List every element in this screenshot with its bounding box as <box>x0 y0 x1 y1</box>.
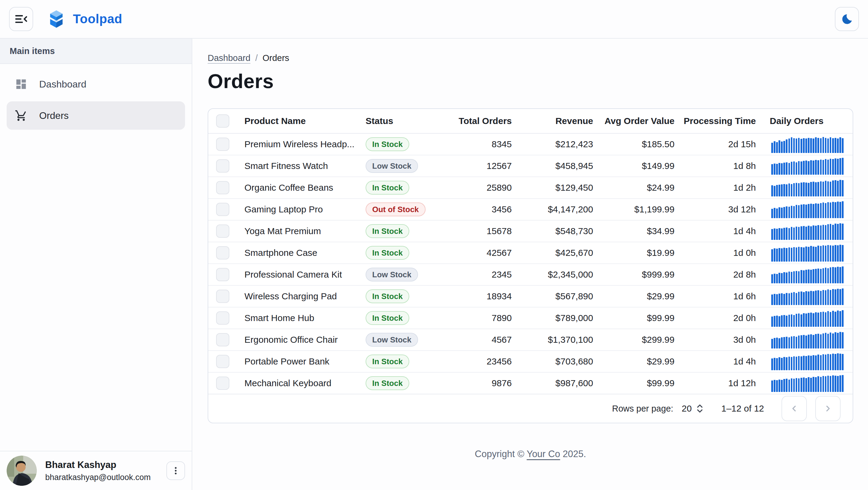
row-checkbox[interactable] <box>216 311 229 325</box>
sparkline-bar <box>783 163 785 175</box>
previous-page-button[interactable] <box>781 396 807 421</box>
breadcrumb-current: Orders <box>262 53 289 63</box>
row-checkbox[interactable] <box>216 203 229 216</box>
sparkline-bar <box>788 337 790 348</box>
table-row[interactable]: Ergonomic Office Chair Low Stock 4567 $1… <box>208 329 852 351</box>
sidebar-item-orders[interactable]: Orders <box>7 102 185 130</box>
row-checkbox[interactable] <box>216 246 229 259</box>
sparkline-bar <box>825 354 827 370</box>
rows-per-page-select[interactable]: 20 <box>682 403 704 414</box>
row-checkbox[interactable] <box>216 290 229 303</box>
column-header-product[interactable]: Product Name <box>237 116 358 126</box>
sparkline-bar <box>815 291 817 305</box>
table-row[interactable]: Organic Coffee Beans In Stock 25890 $129… <box>208 177 852 199</box>
next-page-button[interactable] <box>815 396 841 421</box>
avg-order-value-cell: $1,199.99 <box>594 204 676 214</box>
sparkline-bar <box>781 293 783 305</box>
sparkline-bar <box>820 246 822 262</box>
status-badge: In Stock <box>366 376 409 390</box>
sparkline-bar <box>839 202 841 218</box>
sparkline-bar <box>786 228 787 240</box>
sparkline-bar <box>827 311 829 327</box>
toolpad-logo-icon <box>46 9 66 29</box>
brand[interactable]: Toolpad <box>46 9 122 29</box>
sparkline-bar <box>805 356 807 370</box>
row-checkbox[interactable] <box>216 355 229 368</box>
row-checkbox[interactable] <box>216 268 229 281</box>
sparkline-bar <box>793 206 795 218</box>
breadcrumb: Dashboard / Orders <box>208 53 853 63</box>
column-header-daily-orders[interactable]: Daily Orders <box>757 116 852 126</box>
row-checkbox[interactable] <box>216 225 229 238</box>
row-checkbox[interactable] <box>216 159 229 173</box>
sidebar-item-label: Dashboard <box>39 79 87 90</box>
sparkline-bar <box>842 266 844 283</box>
theme-toggle-button[interactable] <box>835 7 859 31</box>
sparkline-bar <box>781 337 783 348</box>
revenue-cell: $789,000 <box>513 313 594 323</box>
sparkline-bar <box>825 312 827 327</box>
table-row[interactable]: Smart Home Hub In Stock 7890 $789,000 $9… <box>208 308 852 329</box>
sparkline-bar <box>801 356 802 370</box>
product-name-cell: Ergonomic Office Chair <box>237 335 358 345</box>
sparkline-bar <box>832 225 834 240</box>
sparkline-bar <box>825 181 827 196</box>
sparkline-bar <box>825 290 827 305</box>
sparkline-bar <box>823 268 824 283</box>
revenue-cell: $1,370,100 <box>513 335 594 345</box>
table-row[interactable]: Smart Fitness Watch Low Stock 12567 $458… <box>208 155 852 177</box>
sparkline-bar <box>812 269 814 283</box>
product-name-cell: Organic Coffee Beans <box>237 182 358 193</box>
sparkline-bar <box>801 378 802 392</box>
sparkline-bar <box>839 158 841 175</box>
sparkline-bar <box>801 335 802 348</box>
sparkline-bar <box>810 204 812 218</box>
column-header-status[interactable]: Status <box>358 116 436 126</box>
sparkline-bar <box>835 180 836 196</box>
table-row[interactable]: Premium Wireless Headp... In Stock 8345 … <box>208 134 852 155</box>
column-header-processing-time[interactable]: Processing Time <box>676 116 757 126</box>
table-row[interactable]: Smartphone Case In Stock 42567 $425,670 … <box>208 242 852 264</box>
total-orders-cell: 12567 <box>436 161 513 171</box>
row-checkbox[interactable] <box>216 138 229 151</box>
table-row[interactable]: Professional Camera Kit Low Stock 2345 $… <box>208 264 852 286</box>
select-all-checkbox[interactable] <box>216 114 229 127</box>
user-menu-button[interactable] <box>166 461 185 480</box>
sparkline-bar <box>781 248 783 262</box>
sparkline-bar <box>798 271 800 283</box>
row-checkbox[interactable] <box>216 333 229 346</box>
table-row[interactable]: Gaming Laptop Pro Out of Stock 3456 $4,1… <box>208 199 852 221</box>
column-header-revenue[interactable]: Revenue <box>513 116 594 126</box>
column-header-total-orders[interactable]: Total Orders <box>436 116 513 126</box>
sparkline-bar <box>771 249 773 262</box>
sparkline-bar <box>817 138 819 153</box>
sparkline-bar <box>783 315 785 327</box>
sparkline-bar <box>793 292 795 305</box>
sparkline-bar <box>837 139 839 153</box>
sparkline-bar <box>788 207 790 218</box>
sparkline-bar <box>839 375 841 392</box>
table-row[interactable]: Wireless Charging Pad In Stock 18934 $56… <box>208 286 852 308</box>
column-header-avg-order-value[interactable]: Avg Order Value <box>594 116 676 126</box>
table-row[interactable]: Yoga Mat Premium In Stock 15678 $548,730… <box>208 221 852 242</box>
sidebar-collapse-button[interactable] <box>9 7 33 31</box>
sparkline-bar <box>781 315 783 327</box>
table-row[interactable]: Portable Power Bank In Stock 23456 $703,… <box>208 351 852 373</box>
breadcrumb-dashboard-link[interactable]: Dashboard <box>208 53 250 63</box>
table-row[interactable]: Mechanical Keyboard In Stock 9876 $987,6… <box>208 373 852 394</box>
row-checkbox[interactable] <box>216 181 229 194</box>
sparkline-bar <box>812 225 814 240</box>
revenue-cell: $548,730 <box>513 226 594 236</box>
sparkline-bar <box>817 376 819 392</box>
sparkline-bar <box>801 139 802 153</box>
sparkline-bar <box>803 204 805 218</box>
sparkline-bar <box>786 293 787 305</box>
row-checkbox[interactable] <box>216 377 229 390</box>
sparkline-bar <box>786 357 787 370</box>
sparkline-bar <box>798 356 800 370</box>
sparkline-bar <box>774 273 775 283</box>
company-link[interactable]: Your Co <box>527 449 560 459</box>
sparkline-bar <box>803 292 805 305</box>
sparkline-bar <box>776 358 778 370</box>
sidebar-item-dashboard[interactable]: Dashboard <box>7 70 185 98</box>
